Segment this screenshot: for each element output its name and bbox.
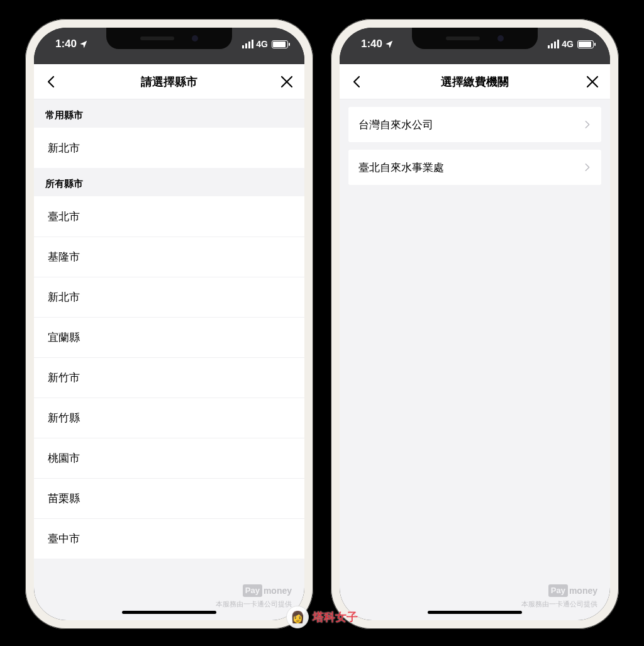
page-title: 選擇繳費機關 [441,74,509,89]
back-button[interactable] [350,74,365,89]
agency-item[interactable]: 台灣自來水公司 [348,107,601,142]
list-item[interactable]: 基隆市 [34,237,304,277]
chevron-left-icon [350,74,365,89]
app-header: 請選擇縣市 [34,64,304,99]
battery-icon [272,40,288,48]
brand-money: money [264,584,292,598]
page-title: 請選擇縣市 [141,74,197,89]
back-button[interactable] [44,74,59,89]
list-item[interactable]: 桃園市 [34,438,304,478]
battery-icon [577,40,594,48]
chevron-right-icon [582,162,592,172]
section-all-header: 所有縣市 [34,168,304,196]
agency-label: 臺北自來水事業處 [358,160,444,175]
brand-money: money [569,584,597,598]
status-right: 4G [242,39,288,49]
footer-brand: Pay money 本服務由一卡通公司提供 [521,584,597,610]
list-item-label: 臺北市 [48,209,80,224]
watermark-avatar-icon: 👩 [286,606,309,628]
footer-note: 本服務由一卡通公司提供 [216,599,292,610]
home-indicator[interactable] [428,611,522,614]
list-item-label: 新竹市 [48,370,80,385]
phone-left: 1:40 4G 請選擇縣市 常用縣市 [25,19,313,629]
content-area: 台灣自來水公司 臺北自來水事業處 Pay [340,99,610,620]
brand-pay: Pay [548,584,568,597]
list-item[interactable]: 新北市 [34,128,304,168]
footer-note: 本服務由一卡通公司提供 [521,599,597,610]
agency-label: 台灣自來水公司 [358,118,433,132]
phone-screen: 1:40 4G 選擇繳費機關 [340,28,610,620]
brand-pay: Pay [243,584,262,597]
time-text: 1:40 [55,38,77,50]
list-item[interactable]: 臺北市 [34,196,304,237]
chevron-right-icon [582,120,592,130]
phone-screen: 1:40 4G 請選擇縣市 常用縣市 [34,28,304,620]
status-bar: 1:40 4G [34,28,304,64]
network-label: 4G [256,39,268,49]
list-item[interactable]: 新竹縣 [34,398,304,438]
network-label: 4G [562,39,574,49]
notch [106,28,232,49]
list-item-label: 宜蘭縣 [48,330,80,345]
list-item-label: 基隆市 [48,250,80,264]
home-indicator[interactable] [122,611,216,614]
list-item-label: 新北市 [48,290,80,304]
list-item[interactable]: 臺中市 [34,518,304,559]
list-item-label: 新竹縣 [48,411,80,425]
notch [412,28,538,49]
close-icon [279,74,294,89]
status-time: 1:40 [55,38,88,50]
agency-list: 台灣自來水公司 臺北自來水事業處 [340,99,610,185]
time-text: 1:40 [361,38,382,50]
footer-brand: Pay money 本服務由一卡通公司提供 [216,584,292,610]
content-area: 常用縣市 新北市 所有縣市 臺北市 基隆市 新北市 宜蘭縣 新竹市 新竹縣 桃園… [34,99,304,620]
list-item[interactable]: 苗栗縣 [34,478,304,518]
all-cities-list: 臺北市 基隆市 新北市 宜蘭縣 新竹市 新竹縣 桃園市 苗栗縣 臺中市 [34,196,304,559]
app-header: 選擇繳費機關 [340,64,610,99]
chevron-left-icon [44,74,59,89]
frequent-list: 新北市 [34,128,304,168]
list-item[interactable]: 新北市 [34,277,304,317]
location-icon [385,40,394,48]
agency-item[interactable]: 臺北自來水事業處 [348,150,601,185]
watermark: 👩 塔科女子 [286,606,358,628]
close-button[interactable] [279,74,294,89]
watermark-text: 塔科女子 [313,610,358,625]
list-item-label: 桃園市 [48,451,80,465]
list-item[interactable]: 新竹市 [34,357,304,398]
location-icon [79,40,88,48]
status-right: 4G [548,39,594,49]
section-frequent-header: 常用縣市 [34,99,304,128]
close-icon [585,74,600,89]
status-time: 1:40 [361,38,394,50]
list-item-label: 苗栗縣 [48,491,80,506]
list-item-label: 臺中市 [48,532,80,546]
status-bar: 1:40 4G [340,28,610,64]
list-item-label: 新北市 [48,141,80,155]
signal-icon [548,40,559,48]
phone-right: 1:40 4G 選擇繳費機關 [331,19,619,629]
signal-icon [242,40,253,48]
list-item[interactable]: 宜蘭縣 [34,317,304,357]
close-button[interactable] [585,74,600,89]
